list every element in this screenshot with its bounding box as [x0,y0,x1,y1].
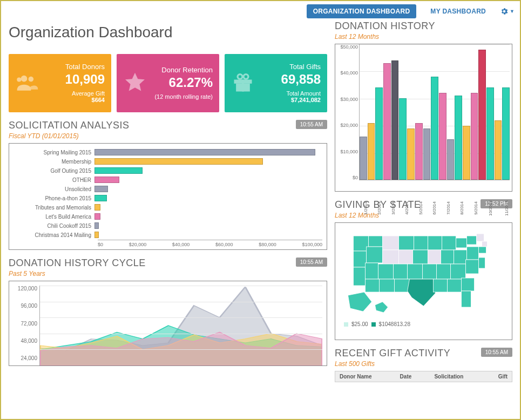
svg-rect-5 [242,80,244,92]
vbar[interactable] [495,120,502,180]
hbar-label: Christmas 2014 Mailing [13,232,94,238]
cycle-chart[interactable]: 120,00096,00072,00048,00024,000 [9,281,327,366]
us-map[interactable]: $25.00 $1048813.28 [335,222,512,340]
svg-rect-46 [462,291,471,307]
vbar[interactable] [360,137,367,180]
panel-title: DONATION HISTORY CYCLE [9,258,146,269]
axis-tick: 7/2014 [446,201,451,214]
hbar-label: Phone-a-thon 2015 [13,195,94,201]
tab-organization-dashboard[interactable]: ORGANIZATION DASHBOARD [307,4,417,18]
card-label: Total Donors [44,63,105,71]
hbar-row[interactable]: Christmas 2014 Mailing [13,231,322,239]
vbar[interactable] [375,87,383,180]
svg-point-1 [29,77,34,82]
svg-point-7 [243,74,248,79]
svg-rect-14 [442,236,456,250]
panel-donation-history: DONATION HISTORY Last 12 Months $50,000$… [335,21,512,192]
hbar-row[interactable]: Golf Outing 2015 [13,166,322,175]
card-label: Total Gifts [260,63,321,71]
axis-tick: 120,000 [12,286,37,292]
vbar[interactable] [471,93,478,180]
axis-tick: $0 [98,242,103,247]
svg-rect-20 [367,247,383,263]
hbar-row[interactable]: Membership [13,157,322,166]
panel-giving-by-state: GIVING BY STATE Last 12 Months 12:52 PM [335,199,512,340]
settings-gear-button[interactable]: ▼ [500,7,515,16]
vbar[interactable] [407,128,415,180]
svg-rect-18 [482,241,488,247]
vbar[interactable] [415,123,423,180]
hbar-row[interactable]: Chili Cookoff 2015 [13,221,322,230]
hbar-row[interactable]: Unsolicited [13,185,322,193]
svg-rect-9 [369,236,383,247]
vbar[interactable] [463,126,470,180]
hbar-label: Spring Mailing 2015 [13,150,94,155]
hbar-row[interactable]: Let's Build America [13,212,322,221]
svg-rect-24 [428,250,441,264]
svg-rect-34 [423,264,437,279]
col-donor-name[interactable]: Donor Name [335,371,396,382]
time-badge: 10:55 AM [296,120,327,129]
vbar[interactable] [391,60,399,180]
tab-my-dashboard[interactable]: MY DASHBOARD [424,4,492,18]
svg-rect-16 [467,236,477,245]
hbar-row[interactable]: OTHER [13,175,322,184]
hbar-row[interactable]: Phone-a-thon 2015 [13,194,322,202]
svg-rect-36 [451,264,466,279]
vbar[interactable] [431,77,438,180]
card-donor-retention[interactable]: Donor Retention 62.27% (12 month rolling… [117,54,219,112]
card-sub-label: (12 month rolling rate) [152,93,213,100]
axis-tick: $10,000 [335,149,358,154]
svg-rect-41 [395,279,410,292]
card-value: 62.27% [152,75,213,90]
svg-rect-15 [456,238,467,248]
card-total-gifts[interactable]: Total Gifts 69,858 Total Amount $7,241,0… [225,54,327,112]
col-date[interactable]: Date [396,371,430,382]
vbar[interactable] [383,63,391,180]
panel-subtitle: Last 500 Gifts [335,360,450,368]
legend-low: $25.00 [351,321,368,327]
card-value: 69,858 [260,72,321,87]
hbar-label: OTHER [13,177,94,183]
map-icon [339,226,509,318]
vbar[interactable] [399,98,407,180]
svg-rect-11 [399,236,414,250]
hbar-row[interactable]: Spring Mailing 2015 [13,148,322,157]
svg-rect-10 [383,236,399,250]
axis-tick: 9/2014 [473,201,478,214]
vbar[interactable] [439,93,446,180]
col-gift[interactable]: Gift [490,371,512,382]
svg-rect-13 [428,236,442,250]
axis-tick: $100,000 [302,242,322,247]
legend-high: $1048813.28 [379,321,410,327]
axis-tick: 1/2014 [363,201,368,214]
page-title: Organization Dashboard [9,21,327,46]
svg-rect-21 [383,250,399,264]
vbar[interactable] [455,96,462,180]
svg-rect-26 [454,250,467,264]
vbar[interactable] [423,128,431,180]
donation-history-chart[interactable]: $50,000$40,000$30,000$20,000$10,000$0 1/… [335,44,512,192]
col-solicitation[interactable]: Solicitation [430,371,490,382]
svg-rect-45 [462,278,475,291]
axis-tick: 24,000 [12,355,37,361]
svg-rect-28 [479,247,486,253]
svg-marker-47 [348,292,372,311]
vbar[interactable] [502,87,510,180]
vbar[interactable] [486,87,494,180]
hbar-row[interactable]: Tributes and Memorials [13,203,322,212]
solicitation-chart[interactable]: Spring Mailing 2015 Membership Golf Outi… [9,143,327,250]
vbar[interactable] [447,139,455,180]
svg-rect-29 [354,267,366,286]
users-icon [15,71,39,94]
vbar[interactable] [478,50,486,180]
card-sub-value: $664 [44,97,105,103]
axis-tick: $50,000 [335,44,358,50]
axis-tick: 48,000 [12,338,37,344]
svg-rect-40 [380,279,395,292]
axis-tick: $0 [335,175,358,180]
card-total-donors[interactable]: Total Donors 10,909 Average Gift $664 [9,54,111,112]
star-icon [123,71,147,94]
svg-rect-30 [366,263,378,279]
vbar[interactable] [368,123,375,180]
